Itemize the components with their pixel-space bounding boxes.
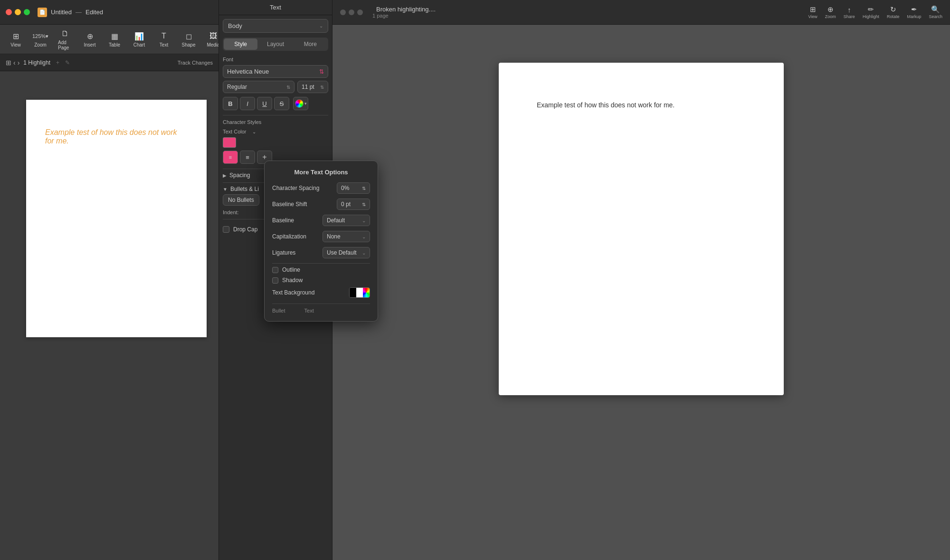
- toolbar-table[interactable]: ▦ Table: [103, 29, 126, 49]
- font-size-stepper[interactable]: ⇅: [320, 85, 324, 90]
- pdf-title: Broken highlighting....: [376, 6, 436, 13]
- pdf-tl-2[interactable]: [349, 9, 354, 15]
- font-weight-value: Regular: [227, 84, 247, 90]
- drop-cap-checkbox[interactable]: [223, 226, 229, 233]
- toolbar-zoom-label: Zoom: [34, 42, 47, 47]
- pdf-tl-1[interactable]: [340, 9, 346, 15]
- baseline-chevron: ⌄: [362, 218, 366, 223]
- char-spacing-label: Character Spacing: [272, 185, 337, 191]
- pdf-share-icon: ↑: [847, 6, 851, 14]
- media-icon: 🖼: [208, 31, 218, 41]
- pdf-view-btn[interactable]: ⊞ View: [808, 5, 817, 19]
- baseline-dropdown[interactable]: Default ⌄: [323, 215, 370, 226]
- char-spacing-input[interactable]: 0% ⇅: [337, 182, 370, 194]
- font-size-input[interactable]: 11 pt ⇅: [297, 81, 328, 93]
- shadow-checkbox[interactable]: [272, 277, 278, 284]
- document-text[interactable]: Example test of how this does not work f…: [45, 128, 177, 145]
- toolbar-insert[interactable]: ⊕ Insert: [78, 29, 102, 49]
- pdf-highlight-btn[interactable]: ✏ Highlight: [863, 5, 879, 19]
- toolbar-view[interactable]: ⊞ View: [4, 29, 28, 49]
- char-spacing-stepper[interactable]: ⇅: [362, 186, 366, 191]
- underline-button[interactable]: U: [257, 97, 272, 110]
- toolbar-chart[interactable]: 📊 Chart: [127, 29, 151, 49]
- toolbar-table-label: Table: [109, 42, 120, 47]
- text-background-swatch[interactable]: [349, 287, 370, 298]
- capitalization-dropdown[interactable]: None ⌄: [323, 231, 370, 242]
- footer-bullet-label: Bullet: [272, 308, 285, 313]
- baseline-shift-input[interactable]: 0 pt ⇅: [337, 199, 370, 210]
- baseline-label: Baseline: [272, 217, 323, 224]
- pdf-search-icon: 🔍: [931, 5, 940, 14]
- pdf-rotate-btn[interactable]: ↻ Rotate: [887, 5, 900, 19]
- swatch-color: [363, 288, 370, 297]
- capitalization-value: None: [327, 233, 341, 240]
- popup-title: More Text Options: [272, 169, 370, 176]
- capitalization-chevron: ⌄: [362, 234, 366, 239]
- table-icon: ▦: [109, 31, 120, 41]
- toolbar-addpage[interactable]: 🗋 Add Page: [53, 27, 77, 52]
- font-family-dropdown[interactable]: Helvetica Neue ⇅: [223, 65, 328, 78]
- bullets-label: Bullets & Li: [230, 186, 259, 192]
- font-weight-chevron: ⇅: [286, 85, 290, 90]
- italic-button[interactable]: I: [240, 97, 255, 110]
- color-swatch-pink[interactable]: [223, 137, 236, 148]
- ligatures-chevron: ⌄: [362, 250, 366, 256]
- nav-back[interactable]: ‹: [13, 59, 16, 66]
- align-center-btn[interactable]: ≡: [240, 151, 255, 164]
- text-color-chevron[interactable]: ⌄: [252, 129, 256, 134]
- toolbar-zoom[interactable]: 125%▾ Zoom: [28, 29, 52, 49]
- text-color-picker-btn[interactable]: ▾: [293, 97, 308, 110]
- pdf-tl-3[interactable]: [357, 9, 363, 15]
- toolbar-text[interactable]: T Text: [152, 29, 176, 49]
- spacing-collapse-arrow: ▶: [223, 173, 227, 178]
- outline-label: Outline: [282, 266, 300, 273]
- document-canvas: Example test of how this does not work f…: [0, 71, 218, 560]
- nav-forward[interactable]: ›: [18, 59, 20, 66]
- pdf-zoom-btn[interactable]: ⊕ Zoom: [825, 5, 836, 19]
- edited-label: Edited: [86, 9, 103, 16]
- font-family-value: Helvetica Neue: [227, 68, 269, 75]
- toolbar-insert-label: Insert: [84, 42, 95, 47]
- char-style-label: Character Styles: [223, 119, 328, 125]
- traffic-light-yellow[interactable]: [15, 9, 21, 15]
- pdf-search-btn[interactable]: 🔍 Search: [929, 5, 942, 19]
- view-icon: ⊞: [10, 31, 21, 41]
- bold-button[interactable]: B: [223, 97, 238, 110]
- plus-icon[interactable]: +: [56, 59, 59, 66]
- no-bullets-btn[interactable]: No Bullets: [223, 194, 259, 206]
- paragraph-style-dropdown[interactable]: Body ⌄: [223, 19, 328, 33]
- strikethrough-button[interactable]: S: [274, 97, 289, 110]
- traffic-light-green[interactable]: [24, 9, 30, 15]
- zoom-icon: 125%▾: [35, 31, 46, 41]
- footer-text-label: Text: [304, 308, 314, 313]
- tab-style[interactable]: Style: [224, 38, 257, 50]
- toolbar-shape[interactable]: ◻ Shape: [177, 29, 200, 49]
- addpage-icon: 🗋: [60, 28, 70, 39]
- pdf-highlight-icon: ✏: [868, 5, 874, 14]
- ligatures-dropdown[interactable]: Use Default ⌄: [323, 247, 370, 258]
- pdf-share-btn[interactable]: ↑ Share: [844, 6, 855, 19]
- pdf-markup-btn[interactable]: ✒ Markup: [907, 5, 921, 19]
- toolbar-media-label: Media: [207, 42, 219, 47]
- traffic-light-red[interactable]: [6, 9, 12, 15]
- font-weight-dropdown[interactable]: Regular ⇅: [223, 81, 294, 93]
- tab-more[interactable]: More: [294, 38, 327, 50]
- text-color-label: Text Color: [223, 129, 247, 134]
- baseline-shift-label: Baseline Shift: [272, 201, 337, 208]
- edit-icon[interactable]: ✎: [65, 59, 70, 66]
- bullets-collapse-arrow: ▼: [223, 187, 228, 192]
- pdf-subtitle: 1 page: [372, 13, 436, 19]
- baseline-shift-stepper[interactable]: ⇅: [362, 202, 366, 207]
- pdf-view-icon: ⊞: [810, 5, 816, 14]
- document-title: Untitled: [51, 9, 72, 16]
- more-text-options-popup: More Text Options Character Spacing 0% ⇅…: [264, 161, 378, 322]
- outline-checkbox[interactable]: [272, 267, 278, 273]
- toolbar-shape-label: Shape: [182, 42, 196, 47]
- tab-layout[interactable]: Layout: [258, 38, 292, 50]
- align-left-btn[interactable]: ≡: [223, 151, 238, 164]
- paragraph-style-value: Body: [228, 22, 242, 29]
- pdf-content: Example test of how this does not work f…: [332, 25, 950, 560]
- nav-sidebar-toggle[interactable]: ⊞: [6, 59, 11, 66]
- shape-icon: ◻: [183, 31, 194, 41]
- baseline-value: Default: [327, 217, 345, 224]
